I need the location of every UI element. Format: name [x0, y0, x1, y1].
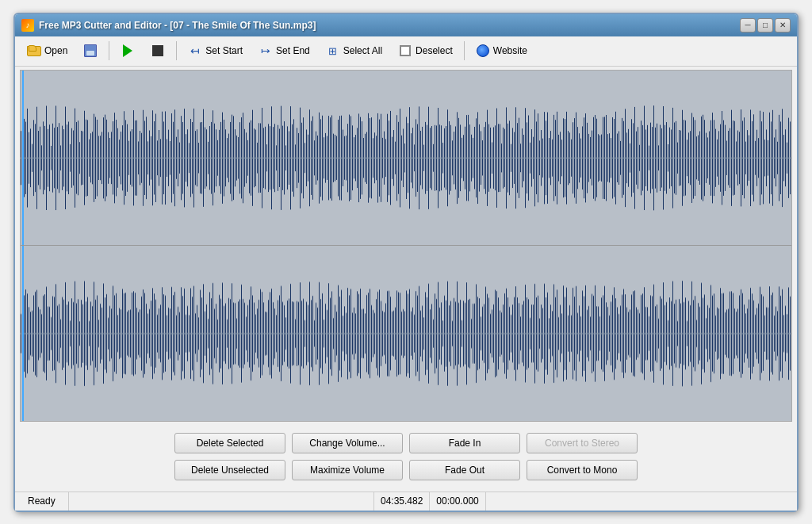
buttons-row-2: Delete Unselected Maximize Volume Fade O… [28, 460, 784, 480]
set-start-button[interactable]: ↤ Set Start [181, 40, 250, 61]
set-start-label: Set Start [205, 45, 243, 56]
waveform-container[interactable] [20, 70, 792, 422]
fade-out-button[interactable]: Fade Out [409, 460, 520, 480]
delete-unselected-button[interactable]: Delete Unselected [174, 460, 285, 480]
window-title: Free MP3 Cutter and Editor - [07 - The S… [39, 20, 316, 31]
change-volume-button[interactable]: Change Volume... [292, 433, 403, 453]
set-end-label: Set End [276, 45, 310, 56]
deselect-label: Deselect [416, 45, 453, 56]
buttons-row-1: Delete Selected Change Volume... Fade In… [28, 433, 784, 453]
status-duration: 04:35.482 [374, 492, 430, 511]
close-button[interactable]: ✕ [775, 18, 791, 33]
maximize-volume-button[interactable]: Maximize Volume [292, 460, 403, 480]
app-icon: ♪ [21, 19, 34, 32]
status-spacer [69, 492, 374, 511]
waveform-top-channel[interactable] [21, 71, 791, 247]
waveform-bottom-channel[interactable] [21, 246, 791, 421]
title-bar: ♪ Free MP3 Cutter and Editor - [07 - The… [15, 14, 797, 36]
select-all-button[interactable]: ⊞ Select All [319, 40, 389, 61]
toolbar: Open ↤ Set Start ↦ Set End [15, 36, 797, 67]
status-ready: Ready [21, 492, 69, 511]
play-icon [121, 44, 135, 58]
convert-to-stereo-button[interactable]: Convert to Stereo [527, 433, 638, 453]
set-start-icon: ↤ [188, 44, 202, 58]
deselect-icon [398, 44, 412, 58]
convert-to-mono-button[interactable]: Convert to Mono [527, 460, 638, 480]
waveform-bottom-canvas [21, 246, 791, 421]
duration-text: 04:35.482 [381, 495, 423, 507]
status-position: 00:00.000 [430, 492, 485, 511]
minimize-button[interactable]: ─ [740, 18, 756, 33]
save-icon [83, 44, 98, 58]
website-button[interactable]: Website [469, 40, 534, 61]
set-end-icon: ↦ [259, 44, 273, 58]
stop-button[interactable] [144, 40, 172, 61]
open-button[interactable]: Open [20, 40, 75, 61]
position-text: 00:00.000 [436, 495, 478, 507]
stop-icon [151, 44, 165, 58]
title-bar-left: ♪ Free MP3 Cutter and Editor - [07 - The… [21, 19, 316, 32]
status-extra [486, 492, 791, 511]
waveform-top-canvas [21, 71, 791, 246]
separator-3 [464, 41, 465, 60]
delete-selected-button[interactable]: Delete Selected [174, 433, 285, 453]
open-icon [27, 44, 41, 58]
set-end-button[interactable]: ↦ Set End [251, 40, 317, 61]
separator-2 [176, 41, 177, 60]
website-label: Website [493, 45, 527, 56]
website-icon [476, 44, 490, 58]
deselect-button[interactable]: Deselect [391, 40, 460, 61]
maximize-button[interactable]: □ [757, 18, 773, 33]
action-buttons-area: Delete Selected Change Volume... Fade In… [15, 425, 797, 491]
separator-1 [109, 41, 109, 60]
select-all-label: Select All [343, 45, 382, 56]
window-controls: ─ □ ✕ [740, 18, 791, 33]
main-window: ♪ Free MP3 Cutter and Editor - [07 - The… [13, 13, 799, 512]
select-all-icon: ⊞ [326, 44, 340, 58]
save-button[interactable] [76, 40, 105, 61]
ready-text: Ready [28, 495, 56, 507]
status-bar: Ready 04:35.482 00:00.000 [15, 491, 797, 511]
open-label: Open [44, 45, 67, 56]
fade-in-button[interactable]: Fade In [409, 433, 520, 453]
play-button[interactable] [113, 40, 142, 61]
